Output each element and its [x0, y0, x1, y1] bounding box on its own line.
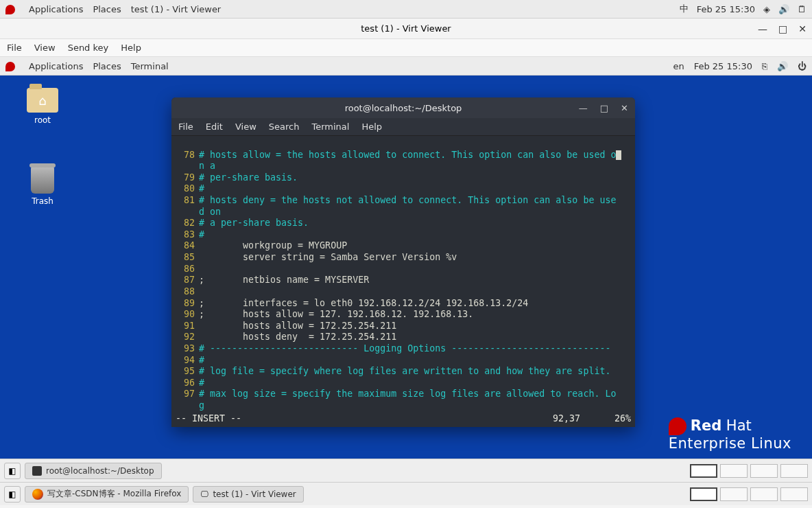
terminal-menu-view[interactable]: View: [235, 122, 256, 132]
taskbar-item-label: root@localhost:~/Desktop: [46, 466, 154, 476]
network-icon[interactable]: ⎘: [762, 61, 767, 71]
workspace-4[interactable]: [780, 464, 808, 478]
inner-desktop[interactable]: ⌂ root Trash root@localhost:~/Desktop — …: [0, 76, 812, 459]
terminal-body[interactable]: 78# hosts allow = the hosts allowed to c…: [171, 136, 635, 427]
inner-applications-menu[interactable]: Applications: [29, 61, 83, 71]
wifi-icon[interactable]: ◈: [763, 4, 770, 14]
taskbar-item-terminal[interactable]: root@localhost:~/Desktop: [25, 463, 162, 479]
home-icon: ⌂: [38, 93, 46, 108]
outer-workspace-switcher[interactable]: [690, 487, 808, 501]
battery-icon[interactable]: 🗒: [798, 4, 807, 14]
active-app-label[interactable]: test (1) - Virt Viewer: [131, 4, 221, 14]
inner-active-app-label[interactable]: Terminal: [131, 61, 169, 71]
terminal-close-button[interactable]: ✕: [621, 103, 628, 113]
terminal-title: root@localhost:~/Desktop: [345, 103, 462, 113]
inner-places-menu[interactable]: Places: [93, 61, 121, 71]
terminal-menu-file[interactable]: File: [178, 122, 193, 132]
inner-clock[interactable]: Feb 25 15:30: [694, 61, 752, 71]
vim-scroll-pct: 26%: [614, 413, 631, 425]
outer-taskbar: ◧ 写文章-CSDN博客 - Mozilla Firefox 🖵 test (1…: [0, 482, 812, 505]
firefox-icon: [32, 489, 43, 500]
menu-sendkey[interactable]: Send key: [68, 43, 109, 53]
outer-workspace-4[interactable]: [780, 487, 808, 501]
volume-icon[interactable]: 🔊: [778, 4, 789, 14]
desktop-icon-root-home[interactable]: ⌂ root: [15, 88, 70, 125]
clock[interactable]: Feb 25 15:30: [697, 4, 755, 14]
inner-lang-indicator[interactable]: en: [673, 61, 684, 71]
terminal-titlebar[interactable]: root@localhost:~/Desktop — □ ✕: [171, 97, 635, 118]
taskbar-item-label: test (1) - Virt Viewer: [213, 489, 296, 499]
show-desktop-button[interactable]: ◧: [4, 463, 21, 479]
redhat-logo-icon: [669, 417, 686, 435]
outer-workspace-3[interactable]: [750, 487, 778, 501]
outer-topbar: Applications Places test (1) - Virt View…: [0, 0, 812, 19]
workspace-switcher[interactable]: [690, 464, 808, 478]
redhat-icon: [5, 60, 19, 72]
workspace-3[interactable]: [750, 464, 778, 478]
desktop-icon-trash[interactable]: Trash: [15, 166, 70, 206]
close-button[interactable]: ✕: [798, 23, 807, 34]
menu-help[interactable]: Help: [121, 43, 141, 53]
terminal-menu-help[interactable]: Help: [361, 122, 382, 132]
terminal-icon: [32, 466, 42, 476]
terminal-menu-terminal[interactable]: Terminal: [311, 122, 349, 132]
inner-volume-icon[interactable]: 🔊: [777, 61, 788, 71]
terminal-maximize-button[interactable]: □: [600, 103, 608, 113]
taskbar-item-firefox[interactable]: 写文章-CSDN博客 - Mozilla Firefox: [25, 486, 189, 503]
terminal-menu-edit[interactable]: Edit: [206, 122, 223, 132]
virtviewer-window: test (1) - Virt Viewer — □ ✕ File View S…: [0, 19, 812, 482]
redhat-branding: Red Hat Enterprise Linux: [669, 417, 791, 452]
display-icon: 🖵: [200, 489, 208, 499]
workspace-1[interactable]: [690, 464, 717, 478]
terminal-menubar: File Edit View Search Terminal Help: [171, 118, 635, 136]
menu-file[interactable]: File: [7, 43, 22, 53]
inner-topbar: Applications Places Terminal en Feb 25 1…: [0, 57, 812, 76]
taskbar-item-virtviewer[interactable]: 🖵 test (1) - Virt Viewer: [193, 486, 303, 503]
applications-menu[interactable]: Applications: [29, 4, 83, 14]
vim-cursor-pos: 92,37: [553, 413, 580, 425]
taskbar-item-label: 写文章-CSDN博客 - Mozilla Firefox: [47, 488, 181, 500]
power-icon[interactable]: ⏻: [798, 61, 807, 71]
virtviewer-titlebar: test (1) - Virt Viewer — □ ✕: [0, 19, 812, 39]
terminal-window[interactable]: root@localhost:~/Desktop — □ ✕ File Edit…: [171, 97, 635, 427]
desktop-icon-label: root: [15, 115, 70, 125]
redhat-icon: [5, 3, 19, 15]
outer-workspace-2[interactable]: [720, 487, 748, 501]
virtviewer-menubar: File View Send key Help: [0, 39, 812, 57]
ime-indicator[interactable]: 中: [680, 3, 689, 15]
menu-view[interactable]: View: [34, 43, 56, 53]
text-cursor: [616, 150, 621, 160]
inner-taskbar: ◧ root@localhost:~/Desktop: [0, 459, 812, 482]
vim-status-line: -- INSERT --92,3726%: [176, 412, 631, 425]
terminal-menu-search[interactable]: Search: [269, 122, 300, 132]
virtviewer-title: test (1) - Virt Viewer: [361, 23, 451, 34]
maximize-button[interactable]: □: [778, 23, 787, 34]
terminal-minimize-button[interactable]: —: [579, 103, 588, 113]
outer-show-desktop-button[interactable]: ◧: [4, 486, 21, 503]
vim-mode: -- INSERT --: [176, 413, 241, 425]
minimize-button[interactable]: —: [758, 23, 767, 34]
workspace-2[interactable]: [720, 464, 748, 478]
places-menu[interactable]: Places: [93, 4, 121, 14]
outer-workspace-1[interactable]: [690, 487, 717, 501]
desktop-icon-label: Trash: [15, 196, 70, 206]
trash-icon: [31, 166, 54, 194]
